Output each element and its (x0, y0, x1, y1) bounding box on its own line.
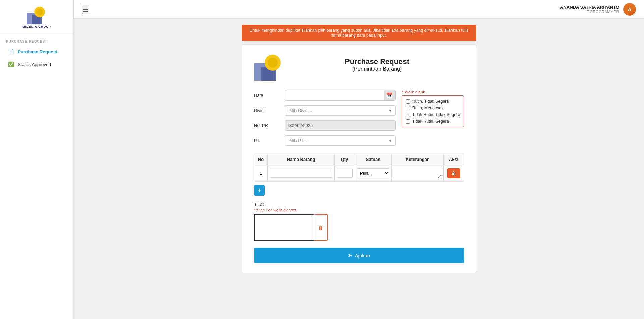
cell-no: 1 (254, 165, 268, 182)
wajib-checkbox-2[interactable] (406, 106, 410, 110)
cell-satuan: Pilih... (355, 165, 392, 182)
ttd-sublabel: **Sign Pad wajib digores (254, 208, 464, 212)
items-table: No Nama Barang Qty Satuan Keterangan Aks… (254, 154, 464, 182)
add-row-button[interactable]: + (254, 185, 265, 196)
satuan-select[interactable]: Pilih... (357, 168, 389, 178)
wajib-option-1[interactable]: Rutin, Tidak Segera (406, 98, 460, 105)
divisi-select[interactable]: Pilih Divisi... (285, 105, 396, 116)
main-area: ☰ ANANDA SATRIA ARIYANTO IT PROGRAMMER A… (74, 0, 644, 319)
divisi-field: Pilih Divisi... ▼ (285, 105, 396, 116)
date-picker-button[interactable]: 📅 (384, 90, 395, 100)
col-header-no: No (254, 154, 268, 165)
col-header-qty: Qty (335, 154, 355, 165)
divisi-row: Divisi Pilih Divisi... ▼ (254, 105, 396, 116)
alert-banner: Untuk menghindari duplikat silahkan pili… (241, 25, 476, 41)
sidebar-item-purchase-request[interactable]: 📄 Purchase Request (2, 45, 71, 58)
wajib-option-3[interactable]: Tidak Rutin, Tidak Segera (406, 111, 460, 118)
form-title-line1: Purchase Request (290, 57, 464, 66)
date-row: Date 📅 (254, 90, 396, 101)
pt-label: PT. (254, 135, 281, 143)
form-title-line2: (Permintaan Barang) (290, 66, 464, 72)
content: Untuk menghindari duplikat silahkan pili… (74, 19, 644, 319)
hamburger-button[interactable]: ☰ (82, 5, 89, 14)
qty-input[interactable] (337, 169, 353, 178)
submit-icon: ➤ (348, 252, 352, 258)
date-label: Date (254, 90, 281, 98)
sidebar-item-label: Status Approved (18, 62, 51, 67)
wajib-checkbox-3[interactable] (406, 113, 410, 117)
col-header-keterangan: Keterangan (392, 154, 444, 165)
svg-point-7 (268, 58, 278, 68)
ttd-section: TTD: **Sign Pad wajib digores 🗑 (254, 202, 464, 241)
nama-barang-input[interactable] (270, 169, 332, 178)
wajib-option-label-4: Tidak Rutin, Segera (412, 119, 449, 124)
cell-qty (335, 165, 355, 182)
wajib-option-label-1: Rutin, Tidak Segera (412, 99, 449, 104)
wajib-option-2[interactable]: Rutin, Mendesak (406, 105, 460, 111)
col-header-aksi: Aksi (444, 154, 464, 165)
pt-field: Pilih PT... ▼ (285, 135, 396, 146)
table-header-row: No Nama Barang Qty Satuan Keterangan Aks… (254, 154, 464, 165)
wajib-checkbox-1[interactable] (406, 99, 410, 104)
cell-aksi: 🗑 (444, 165, 464, 182)
divisi-label: Divisi (254, 105, 281, 113)
topbar: ☰ ANANDA SATRIA ARIYANTO IT PROGRAMMER A (74, 0, 644, 19)
topbar-right: ANANDA SATRIA ARIYANTO IT PROGRAMMER A (560, 3, 636, 16)
sidebar-item-status-approved[interactable]: ✅ Status Approved (2, 58, 71, 71)
ttd-label: TTD: (254, 202, 464, 207)
user-info: ANANDA SATRIA ARIYANTO IT PROGRAMMER (560, 5, 619, 14)
ttd-row: 🗑 (254, 214, 464, 241)
avatar: A (623, 3, 636, 16)
no-pr-field (285, 120, 396, 131)
wajib-wrapper: **Wajib dipilih Rutin, Tidak Segera Ruti… (402, 90, 464, 127)
col-header-satuan: Satuan (355, 154, 392, 165)
sidebar: MILENIA GROUP PURCHASE REQUEST 📄 Purchas… (0, 0, 74, 319)
avatar-initials: A (628, 6, 632, 12)
form-logo: MILENIA GROUP (254, 54, 284, 82)
keterangan-input[interactable] (394, 167, 441, 178)
alert-message: Untuk menghindari duplikat silahkan pili… (249, 28, 468, 38)
wajib-option-label-3: Tidak Rutin, Tidak Segera (412, 112, 460, 117)
wajib-option-label-2: Rutin, Mendesak (412, 106, 444, 110)
document-icon: 📄 (8, 49, 14, 55)
submit-label: Ajukan (355, 253, 370, 258)
user-name: ANANDA SATRIA ARIYANTO (560, 5, 619, 10)
cell-nama-barang (268, 165, 335, 182)
user-role: IT PROGRAMMER (560, 10, 619, 14)
items-table-section: No Nama Barang Qty Satuan Keterangan Aks… (254, 154, 464, 196)
pt-row: PT. Pilih PT... ▼ (254, 135, 396, 146)
trash-icon: 🗑 (318, 225, 323, 231)
svg-point-3 (36, 9, 43, 15)
wajib-checkbox-4[interactable] (406, 119, 410, 124)
form-card: MILENIA GROUP Purchase Request (Perminta… (241, 44, 476, 273)
wajib-label: **Wajib dipilih (402, 90, 464, 94)
pt-select[interactable]: Pilih PT... (285, 135, 396, 146)
form-header: MILENIA GROUP Purchase Request (Perminta… (254, 54, 464, 82)
sign-pad[interactable] (254, 214, 314, 241)
logo-label: MILENIA GROUP (22, 25, 51, 28)
sidebar-item-label: Purchase Request (18, 49, 57, 54)
cell-keterangan (392, 165, 444, 182)
col-header-nama-barang: Nama Barang (268, 154, 335, 165)
delete-row-button[interactable]: 🗑 (447, 168, 460, 178)
ttd-clear-button[interactable]: 🗑 (314, 214, 328, 241)
wajib-box: Rutin, Tidak Segera Rutin, Mendesak Tida… (402, 95, 464, 127)
check-circle-icon: ✅ (8, 61, 14, 67)
wajib-option-4[interactable]: Tidak Rutin, Segera (406, 118, 460, 125)
date-input[interactable] (285, 90, 396, 101)
no-pr-row: No. PR (254, 120, 396, 131)
sidebar-logo: MILENIA GROUP (0, 0, 73, 34)
date-field: 📅 (285, 90, 396, 101)
sidebar-section-label: PURCHASE REQUEST (0, 34, 73, 45)
no-pr-input (285, 120, 396, 131)
no-pr-label: No. PR (254, 120, 281, 128)
submit-button[interactable]: ➤ Ajukan (254, 248, 464, 263)
table-row: 1 Pilih... (254, 165, 464, 182)
